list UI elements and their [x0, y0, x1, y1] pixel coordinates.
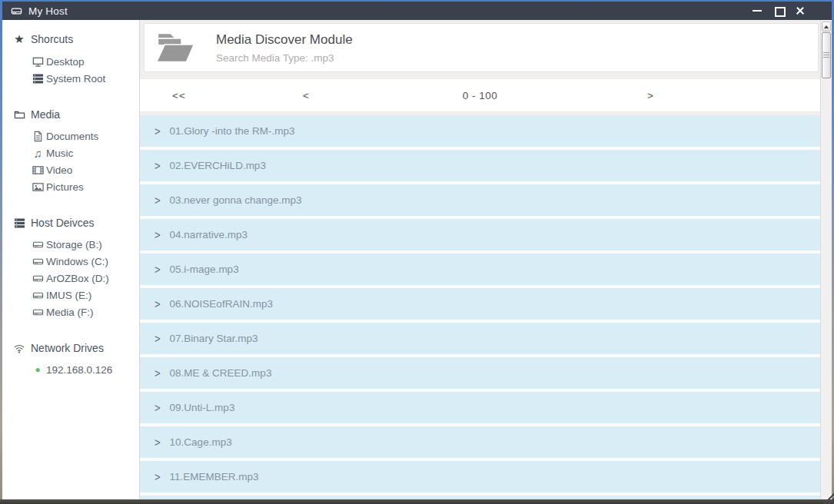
scrollbar-thumb[interactable]	[822, 32, 831, 78]
sidebar-section-header-host-deivces[interactable]: Host Deivces	[13, 217, 139, 229]
sidebar-section-header-network-drives[interactable]: Network Drives	[13, 342, 139, 354]
page-prev-button[interactable]: <	[303, 90, 310, 101]
film-icon	[32, 164, 44, 176]
file-name: 11.EMEMBER.mp3	[170, 471, 259, 482]
sidebar: ★ShorcutsDesktopSystem RootMediaDocument…	[2, 20, 140, 499]
window-body: ★ShorcutsDesktopSystem RootMediaDocument…	[2, 20, 832, 499]
sidebar-item-192-168-0-126[interactable]: ●192.168.0.126	[32, 361, 139, 378]
scrollbar-grip-icon	[823, 52, 829, 59]
chevron-right-icon: >	[155, 332, 161, 345]
module-title: Media Discover Module	[216, 32, 353, 48]
chevron-right-icon: >	[155, 124, 161, 138]
list-item[interactable]: >07.Binary Star.mp3	[140, 323, 820, 357]
list-item[interactable]: >10.Cage.mp3	[140, 426, 820, 461]
section-items: DesktopSystem Root	[13, 53, 139, 87]
green-dot-icon: ●	[32, 364, 44, 375]
sidebar-item-label: Video	[46, 164, 72, 176]
sidebar-item-arozbox-d[interactable]: ArOZBox (D:)	[32, 270, 139, 287]
file-name: 05.i-mage.mp3	[170, 264, 239, 275]
document-icon	[32, 131, 44, 142]
sidebar-item-label: ArOZBox (D:)	[46, 273, 109, 284]
file-name: 02.EVERCHiLD.mp3	[170, 160, 266, 171]
maximize-button[interactable]	[773, 6, 784, 15]
picture-icon	[32, 181, 44, 193]
section-label: Network Drives	[31, 342, 104, 354]
file-name: 06.NOISEofRAIN.mp3	[170, 298, 273, 310]
titlebar[interactable]: My Host	[2, 2, 832, 20]
list-item[interactable]: >03.never gonna change.mp3	[140, 184, 820, 219]
list-item[interactable]: >11.EMEMBER.mp3	[140, 461, 820, 496]
music-icon: ♫	[32, 147, 44, 160]
section-label: Host Deivces	[31, 217, 94, 229]
sidebar-item-desktop[interactable]: Desktop	[32, 53, 139, 70]
sidebar-item-music[interactable]: ♫Music	[32, 144, 139, 161]
sidebar-item-system-root[interactable]: System Root	[32, 70, 139, 87]
file-name: 01.Glory -into the RM-.mp3	[170, 125, 295, 137]
module-subtitle: Search Media Type: .mp3	[216, 52, 353, 64]
close-button[interactable]	[795, 6, 806, 15]
list-item[interactable]: >02.EVERCHiLD.mp3	[140, 150, 820, 184]
sidebar-item-label: Pictures	[46, 181, 84, 193]
star-icon: ★	[13, 32, 25, 46]
sidebar-item-label: Storage (B:)	[46, 239, 102, 250]
list-item[interactable]: >01.Glory -into the RM-.mp3	[140, 115, 820, 150]
app-window: My Host ★ShorcutsDesktopSystem RootMedia…	[2, 2, 832, 499]
sidebar-section-shorcuts: ★ShorcutsDesktopSystem Root	[13, 32, 139, 87]
window-frame: My Host ★ShorcutsDesktopSystem RootMedia…	[0, 0, 834, 504]
minimize-button[interactable]	[752, 6, 763, 15]
list-item[interactable]: >05.i-mage.mp3	[140, 254, 820, 288]
main-panel: Media Discover Module Search Media Type:…	[140, 20, 820, 499]
sidebar-section-media: MediaDocuments♫MusicVideoPictures	[13, 108, 139, 195]
sidebar-item-documents[interactable]: Documents	[32, 128, 139, 144]
file-list: >01.Glory -into the RM-.mp3>02.EVERCHiLD…	[140, 115, 820, 499]
server-icon	[32, 73, 44, 85]
sidebar-item-label: Documents	[46, 131, 98, 142]
harddrive-icon	[10, 5, 22, 17]
chevron-right-icon: >	[155, 263, 161, 276]
chevron-right-icon: >	[155, 228, 161, 241]
chevron-right-icon: >	[155, 436, 161, 449]
file-name: 10.Cage.mp3	[170, 436, 232, 448]
chevron-right-icon: >	[155, 194, 161, 207]
sidebar-section-header-shorcuts[interactable]: ★Shorcuts	[13, 32, 139, 46]
hdd-icon	[32, 256, 44, 267]
section-items: Documents♫MusicVideoPictures	[13, 128, 139, 195]
sidebar-item-pictures[interactable]: Pictures	[32, 178, 139, 195]
list-item[interactable]: >06.NOISEofRAIN.mp3	[140, 288, 820, 323]
open-folder-icon	[155, 32, 196, 64]
scrollbar[interactable]	[820, 20, 832, 499]
file-name: 03.never gonna change.mp3	[170, 194, 302, 206]
server-icon	[13, 217, 25, 229]
file-name: 07.Binary Star.mp3	[170, 333, 258, 344]
file-name: 04.narrative.mp3	[170, 229, 248, 240]
list-item[interactable]: >08.ME & CREED.mp3	[140, 357, 820, 392]
sidebar-item-label: 192.168.0.126	[46, 364, 112, 376]
hdd-icon	[32, 273, 44, 284]
sidebar-item-imus-e[interactable]: IMUS (E:)	[32, 287, 139, 303]
sidebar-section-host-deivces: Host DeivcesStorage (B:)Windows (C:)ArOZ…	[13, 217, 139, 320]
page-next-button[interactable]: >	[647, 90, 654, 101]
list-item[interactable]: >04.narrative.mp3	[140, 219, 820, 254]
chevron-right-icon: >	[155, 159, 161, 172]
page-first-button[interactable]: <<	[172, 90, 186, 101]
window-bottom-border	[0, 499, 834, 504]
section-items: ●192.168.0.126	[13, 361, 139, 378]
sidebar-item-media-f[interactable]: Media (F:)	[32, 303, 139, 320]
wifi-icon	[13, 343, 25, 354]
window-controls	[752, 6, 826, 15]
sidebar-section-header-media[interactable]: Media	[13, 108, 139, 121]
chevron-right-icon: >	[155, 401, 161, 414]
hdd-icon	[32, 239, 44, 250]
folder-icon	[13, 109, 25, 121]
sidebar-item-storage-b[interactable]: Storage (B:)	[32, 236, 139, 253]
sidebar-item-video[interactable]: Video	[32, 161, 139, 178]
sidebar-item-label: Media (F:)	[46, 307, 94, 318]
pagination-bar: << < 0 - 100 >	[140, 78, 820, 112]
module-header: Media Discover Module Search Media Type:…	[144, 23, 819, 72]
section-label: Media	[31, 108, 60, 121]
scroll-up-arrow-icon[interactable]	[822, 22, 831, 32]
sidebar-item-windows-c[interactable]: Windows (C:)	[32, 253, 139, 270]
list-item[interactable]: >09.Unti-L.mp3	[140, 392, 820, 426]
hdd-icon	[32, 307, 44, 318]
chevron-right-icon: >	[155, 470, 161, 483]
